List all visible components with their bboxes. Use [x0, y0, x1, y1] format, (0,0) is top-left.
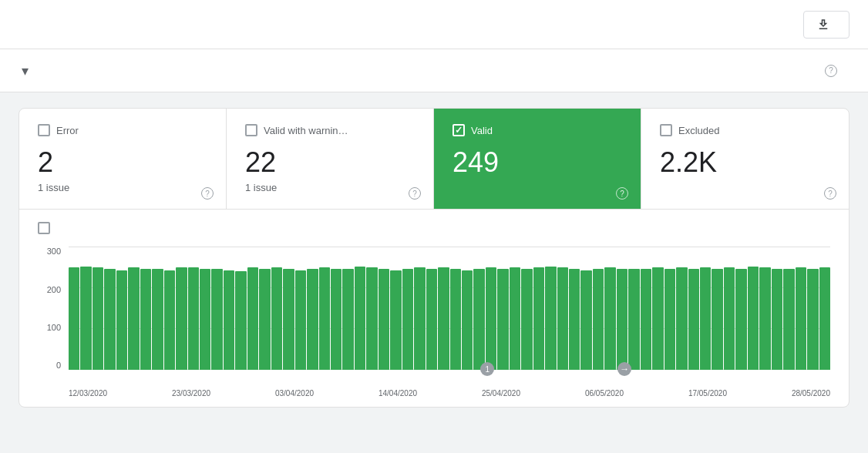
bar [569, 269, 580, 370]
status-card-excluded[interactable]: Excluded2.2K? [641, 109, 849, 209]
bar [545, 267, 556, 370]
bar [200, 269, 210, 370]
bar [533, 267, 544, 370]
bar [462, 270, 473, 371]
status-count: 2.2K [660, 146, 830, 179]
x-label: 17/05/2020 [688, 389, 727, 398]
status-card-header: Error [38, 124, 207, 136]
bar [140, 269, 151, 370]
bar [402, 269, 413, 370]
status-checkbox[interactable] [660, 124, 672, 136]
bar [593, 269, 604, 370]
bar [342, 269, 353, 370]
bar [414, 267, 425, 370]
bar [604, 267, 615, 370]
status-info-icon[interactable]: ? [824, 187, 836, 200]
bar [700, 267, 711, 370]
bar [319, 267, 330, 370]
status-cards: Error21 issue?Valid with warnin…221 issu… [19, 109, 849, 209]
bar [450, 269, 461, 370]
bar [355, 267, 365, 370]
bar [390, 270, 401, 371]
bar [176, 267, 187, 370]
annotation-marker[interactable]: 1 [480, 362, 494, 376]
bar [378, 269, 389, 370]
bar [307, 269, 318, 370]
y-axis-labels: 300 200 100 0 [38, 247, 66, 370]
y-label-200: 200 [47, 285, 66, 294]
bar [497, 269, 508, 370]
bar [819, 267, 830, 370]
x-label: 14/04/2020 [378, 389, 417, 398]
bar [366, 267, 377, 370]
chart-inner: 300 200 100 0 12/03/202023/03/202003/04/… [69, 247, 830, 401]
export-button[interactable] [803, 11, 849, 39]
bar [259, 269, 270, 370]
x-label: 25/04/2020 [482, 389, 520, 398]
bar [796, 267, 806, 370]
bar [80, 267, 91, 370]
status-count: 249 [453, 146, 622, 179]
status-label: Valid with warnin… [264, 125, 348, 136]
bar [128, 267, 139, 370]
x-label: 12/03/2020 [69, 389, 107, 398]
bar [759, 267, 770, 370]
status-card-valid[interactable]: ✓Valid249? [434, 109, 641, 209]
bar [521, 269, 532, 370]
status-card-footer: ? [616, 186, 628, 200]
crawler-info-icon[interactable]: ? [825, 65, 837, 77]
main-content: Error21 issue?Valid with warnin…221 issu… [0, 92, 868, 423]
bar [235, 271, 246, 370]
bar [641, 269, 651, 370]
bar [557, 267, 568, 370]
status-card-header: Valid with warnin… [245, 124, 415, 136]
bar [164, 270, 175, 371]
status-label: Excluded [678, 125, 719, 136]
y-label-100: 100 [47, 323, 66, 332]
bar [438, 267, 449, 370]
status-card-valid-with-warning[interactable]: Valid with warnin…221 issue? [227, 109, 434, 209]
status-card-footer: ? [409, 186, 421, 200]
x-label: 28/05/2020 [792, 389, 830, 398]
bar [724, 267, 735, 370]
status-checkbox[interactable] [38, 124, 50, 136]
status-checkbox[interactable]: ✓ [453, 124, 465, 136]
bar [580, 270, 591, 371]
bar [617, 269, 627, 370]
status-card-footer: ? [824, 186, 836, 200]
chart-header [38, 222, 830, 234]
x-label: 03/04/2020 [275, 389, 314, 398]
checkmark-icon: ✓ [455, 125, 463, 136]
bar [486, 267, 496, 370]
bar [247, 267, 258, 370]
annotation-marker[interactable]: → [617, 362, 631, 376]
status-info-icon[interactable]: ? [616, 187, 628, 200]
bar [473, 269, 484, 370]
status-count: 2 [38, 146, 207, 179]
bar [224, 270, 234, 371]
bar [295, 270, 306, 371]
bar [748, 267, 759, 370]
bar [104, 269, 115, 370]
bar [676, 267, 687, 370]
status-info-icon[interactable]: ? [201, 187, 214, 200]
x-label: 06/05/2020 [585, 389, 624, 398]
bar [69, 267, 79, 370]
bar [783, 269, 794, 370]
bar [211, 269, 222, 370]
bar [735, 269, 746, 370]
bar [93, 267, 103, 370]
impressions-checkbox[interactable] [38, 222, 50, 234]
filter-dropdown[interactable]: ▾ [19, 62, 29, 79]
bar [807, 269, 818, 370]
status-info-icon[interactable]: ? [409, 187, 421, 200]
status-card-header: ✓Valid [453, 124, 622, 136]
status-card-error[interactable]: Error21 issue? [19, 109, 227, 209]
chart-section: 300 200 100 0 12/03/202023/03/202003/04/… [19, 209, 849, 407]
status-checkbox[interactable] [245, 124, 257, 136]
x-axis-labels: 12/03/202023/03/202003/04/202014/04/2020… [69, 378, 830, 401]
bar [652, 267, 663, 370]
primary-crawler-label: ? [825, 64, 837, 77]
bar [116, 270, 127, 371]
y-label-300: 300 [47, 247, 66, 256]
